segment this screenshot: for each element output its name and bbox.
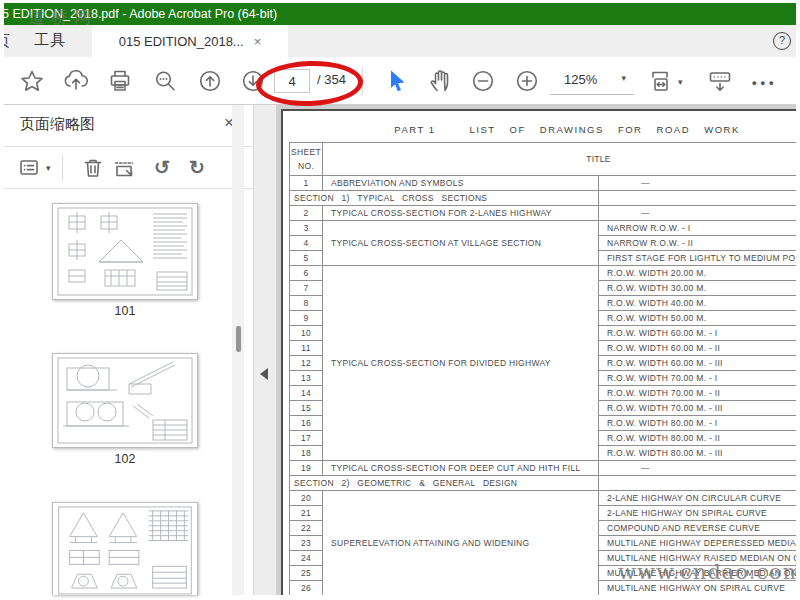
- rotate-ccw-icon[interactable]: ↺: [150, 156, 174, 180]
- sheet-no-cell: 12: [290, 356, 323, 371]
- sheet-no-cell: 15: [290, 401, 323, 416]
- title-cell: SUPERELEVATION ATTAINING AND WIDENING: [323, 491, 599, 596]
- title-cell: TYPICAL CROSS-SECTION FOR DEEP CUT AND H…: [323, 461, 599, 476]
- title-cell: ABBREVIATION AND SYMBOLS: [323, 176, 599, 191]
- pdf-page: PART 1LIST OF DRAWINGS FOR ROAD WORK SHE…: [281, 109, 796, 595]
- collapse-panel-icon[interactable]: [260, 368, 268, 380]
- thumbnail-page-number: 101: [52, 304, 198, 318]
- sheet-no-cell: 16: [290, 416, 323, 431]
- title-cell: TYPICAL CROSS-SECTION AT VILLAGE SECTION: [323, 221, 599, 266]
- panel-toolbar: ▾ ↺ ↻: [4, 147, 253, 189]
- panel-title: 页面缩略图: [20, 115, 95, 134]
- extract-page-icon[interactable]: [112, 156, 136, 180]
- sheet-no-cell: 13: [290, 371, 323, 386]
- subtitle-cell: FIRST STAGE FOR LIGHTLY TO MEDIUM POPULA…: [599, 251, 797, 266]
- next-page-icon[interactable]: [240, 68, 266, 94]
- document-area: PART 1LIST OF DRAWINGS FOR ROAD WORK SHE…: [277, 105, 796, 595]
- subtitle-cell: R.O.W. WIDTH 60.00 M. - II: [599, 341, 797, 356]
- page-total-label: / 354: [317, 72, 346, 87]
- tab-document-label: 015 EDITION_2018...: [119, 34, 244, 49]
- sheet-no-cell: 26: [290, 581, 323, 596]
- sheet-no-cell: 8: [290, 296, 323, 311]
- scroll-mode-icon[interactable]: [707, 68, 733, 94]
- sheet-no-cell: 17: [290, 431, 323, 446]
- page-number-input[interactable]: [274, 69, 310, 93]
- panel-divider: [253, 105, 277, 595]
- title-cell: TYPICAL CROSS-SECTION FOR 2-LANES HIGHWA…: [323, 206, 599, 221]
- sheet-no-cell: 9: [290, 311, 323, 326]
- zoom-level-dropdown[interactable]: 125% ▾: [550, 68, 634, 95]
- sheet-no-cell: 4: [290, 236, 323, 251]
- chevron-down-icon[interactable]: ▾: [46, 163, 51, 173]
- tab-close-icon[interactable]: ×: [254, 34, 262, 49]
- more-tools-icon[interactable]: •••: [752, 75, 778, 90]
- hand-tool-icon[interactable]: [428, 68, 454, 94]
- subtitle-cell: R.O.W. WIDTH 30.00 M.: [599, 281, 797, 296]
- tab-bar: 页 工具 015 EDITION_2018... × ?: [4, 25, 796, 57]
- page-thumbnail-103-partial[interactable]: [52, 502, 198, 595]
- zoom-out-icon[interactable]: [470, 68, 496, 94]
- sheet-no-cell: 24: [290, 551, 323, 566]
- sheet-no-cell: 3: [290, 221, 323, 236]
- table-row: 20SUPERELEVATION ATTAINING AND WIDENING2…: [290, 491, 797, 506]
- subtitle-cell: NARROW R.O.W. - I: [599, 221, 797, 236]
- acrobat-window: 5 EDITION_2018.pdf - Adobe Acrobat Pro (…: [0, 0, 800, 600]
- search-icon[interactable]: [152, 68, 178, 94]
- sheet-no-cell: 25: [290, 566, 323, 581]
- title-header: TITLE: [323, 143, 797, 176]
- fit-width-icon[interactable]: [649, 68, 675, 94]
- part-title: LIST OF DRAWINGS FOR ROAD WORK: [469, 124, 739, 135]
- window-title: 5 EDITION_2018.pdf - Adobe Acrobat Pro (…: [4, 7, 277, 21]
- table-row: SECTION 2) GEOMETRIC & GENERAL DESIGN: [290, 476, 797, 491]
- main-toolbar: / 354 125% ▾ ▾ •••: [4, 57, 796, 105]
- table-row: 19TYPICAL CROSS-SECTION FOR DEEP CUT AND…: [290, 461, 797, 476]
- sheet-no-cell: 5: [290, 251, 323, 266]
- panel-header: 页面缩略图 ×: [4, 105, 253, 147]
- chevron-down-icon[interactable]: ▾: [678, 77, 683, 87]
- share-upload-icon[interactable]: [63, 68, 89, 94]
- page-thumbnail-102[interactable]: [52, 353, 198, 448]
- table-row: 2TYPICAL CROSS-SECTION FOR 2-LANES HIGHW…: [290, 206, 797, 221]
- subtitle-cell: MULTILANE HIGHWAY DEPERESSED MEDIAN ON C…: [599, 536, 797, 551]
- sheet-no-cell: 18: [290, 446, 323, 461]
- previous-page-icon[interactable]: [197, 68, 223, 94]
- subtitle-cell: R.O.W. WIDTH 40.00 M.: [599, 296, 797, 311]
- subtitle-cell: NARROW R.O.W. - II: [599, 236, 797, 251]
- tab-tools[interactable]: 工具: [34, 31, 66, 50]
- section-header-cell: SECTION 1) TYPICAL CROSS SECTIONS: [290, 191, 599, 206]
- subtitle-cell: R.O.W. WIDTH 70.00 M. - I: [599, 371, 797, 386]
- thumbnails-panel: 页面缩略图 × ▾ ↺ ↻: [4, 105, 253, 595]
- print-icon[interactable]: [107, 68, 133, 94]
- subtitle-cell: R.O.W. WIDTH 70.00 M. - II: [599, 386, 797, 401]
- pdf-part-heading: PART 1LIST OF DRAWINGS FOR ROAD WORK: [283, 124, 796, 135]
- drawing-list-table: SHEET NO. TITLE 1ABBREVIATION AND SYMBOL…: [289, 142, 796, 595]
- delete-page-icon[interactable]: [81, 156, 105, 180]
- subtitle-cell: MULTILANE HIGHWAY BARRIER MEDIAN ON CIRC…: [599, 566, 797, 581]
- page-thumbnail-101[interactable]: [52, 203, 198, 300]
- select-tool-icon[interactable]: [384, 68, 410, 94]
- sheet-no-cell: 6: [290, 266, 323, 281]
- sheet-no-cell: 10: [290, 326, 323, 341]
- zoom-in-icon[interactable]: [514, 68, 540, 94]
- subtitle-cell: —: [599, 461, 797, 476]
- subtitle-cell: R.O.W. WIDTH 60.00 M. - I: [599, 326, 797, 341]
- help-icon[interactable]: ?: [773, 32, 791, 50]
- panel-scrollbar-thumb[interactable]: [236, 326, 241, 352]
- sheet-no-cell: 14: [290, 386, 323, 401]
- sheet-no-cell: 20: [290, 491, 323, 506]
- window-body: 页面缩略图 × ▾ ↺ ↻: [4, 105, 796, 595]
- tab-home-clipped[interactable]: 页: [4, 32, 13, 54]
- rotate-cw-icon[interactable]: ↻: [185, 156, 209, 180]
- subtitle-cell: [599, 476, 797, 491]
- star-icon[interactable]: [19, 68, 45, 94]
- subtitle-cell: 2-LANE HIGHWAY ON CIRCULAR CURVE: [599, 491, 797, 506]
- subtitle-cell: R.O.W. WIDTH 70.00 M. - III: [599, 401, 797, 416]
- thumbnail-page-number: 102: [52, 452, 198, 466]
- title-cell: TYPICAL CROSS-SECTION FOR DIVIDED HIGHWA…: [323, 266, 599, 461]
- sheet-no-cell: 21: [290, 506, 323, 521]
- thumbnail-options-icon[interactable]: [18, 156, 42, 180]
- subtitle-cell: MULTILANE HIGHWAY RAISED MEDIAN ON CIRCU…: [599, 551, 797, 566]
- subtitle-cell: 2-LANE HIGHWAY ON SPIRAL CURVE: [599, 506, 797, 521]
- tab-document[interactable]: 015 EDITION_2018... ×: [92, 25, 288, 57]
- table-row: SECTION 1) TYPICAL CROSS SECTIONS: [290, 191, 797, 206]
